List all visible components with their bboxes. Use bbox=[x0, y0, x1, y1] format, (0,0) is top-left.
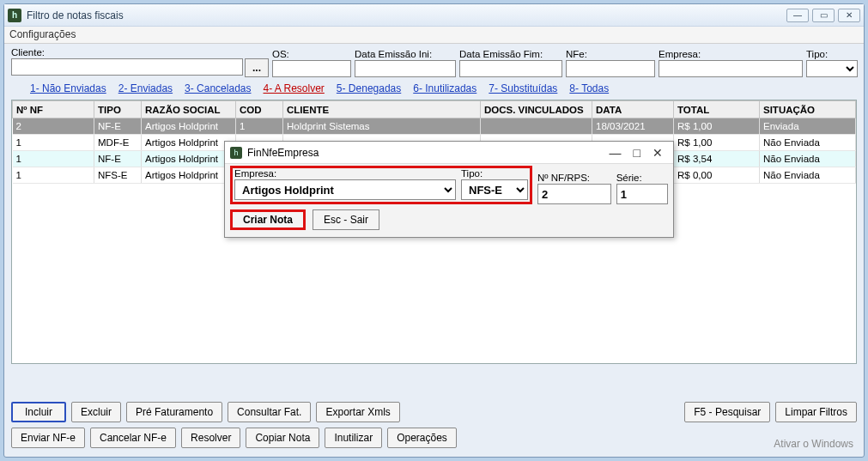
data-ini-input[interactable] bbox=[355, 60, 456, 77]
filter-empresa: Empresa: bbox=[659, 49, 803, 77]
status-tabs: 1- Não Enviadas 2- Enviadas 3- Cancelada… bbox=[4, 79, 864, 100]
tipo-label: Tipo: bbox=[806, 49, 858, 59]
dlg-empresa-field: Empresa: Artigos Holdprint bbox=[234, 168, 456, 200]
incluir-button[interactable]: Incluir bbox=[11, 402, 66, 422]
button-row-2: Enviar NF-e Cancelar NF-e Resolver Copia… bbox=[4, 424, 864, 452]
dialog-app-icon: h bbox=[230, 147, 242, 159]
col-total[interactable]: TOTAL bbox=[674, 101, 760, 118]
cell-nf: 1 bbox=[13, 167, 94, 184]
dialog-maximize-button[interactable]: □ bbox=[634, 146, 640, 160]
dlg-tipo-select[interactable]: NFS-E bbox=[461, 179, 528, 200]
tipo-select[interactable] bbox=[806, 60, 858, 77]
cell-nf: 1 bbox=[13, 135, 94, 151]
esc-sair-button[interactable]: Esc - Sair bbox=[313, 209, 379, 230]
consultar-fat-button[interactable]: Consultar Fat. bbox=[228, 402, 311, 422]
os-label: OS: bbox=[272, 49, 351, 59]
dialog-titlebar: h FinNfeEmpresa — □ ✕ bbox=[225, 142, 673, 164]
limpar-filtros-button[interactable]: Limpar Filtros bbox=[775, 402, 857, 422]
col-nf[interactable]: Nº NF bbox=[13, 101, 94, 118]
cell-razao: Artigos Holdprint bbox=[142, 135, 236, 151]
col-sit[interactable]: SITUAÇÃO bbox=[760, 101, 856, 118]
cliente-input[interactable] bbox=[11, 58, 243, 76]
nfe-input[interactable] bbox=[566, 60, 655, 77]
cancelar-nfe-button[interactable]: Cancelar NF-e bbox=[90, 428, 176, 448]
tab-denegadas[interactable]: 5- Denegadas bbox=[337, 82, 401, 94]
criar-nota-button[interactable]: Criar Nota bbox=[230, 209, 306, 230]
app-icon: h bbox=[8, 9, 21, 22]
filter-nfe: NFe: bbox=[566, 49, 655, 77]
cell-tipo: NF-E bbox=[94, 118, 142, 135]
enviar-nfe-button[interactable]: Enviar NF-e bbox=[11, 428, 85, 448]
col-cliente[interactable]: CLIENTE bbox=[283, 101, 481, 118]
cliente-lookup-button[interactable]: ... bbox=[245, 58, 269, 77]
minimize-button[interactable]: — bbox=[786, 9, 809, 22]
os-input[interactable] bbox=[272, 60, 351, 77]
dialog-close-button[interactable]: ✕ bbox=[653, 146, 663, 160]
filter-data-ini: Data Emissão Ini: bbox=[355, 49, 456, 77]
cell-docs bbox=[481, 118, 592, 135]
cell-tipo: NFS-E bbox=[94, 167, 142, 184]
empresa-label: Empresa: bbox=[659, 49, 803, 59]
filter-data-fim: Data Emissão Fim: bbox=[459, 49, 562, 77]
tab-inutilizadas[interactable]: 6- Inutilizadas bbox=[413, 82, 476, 94]
dlg-serie-input[interactable] bbox=[616, 184, 668, 204]
window-title: Filtro de notas fiscais bbox=[27, 9, 786, 21]
col-data[interactable]: DATA bbox=[592, 101, 674, 118]
cell-sit: Enviada bbox=[760, 118, 856, 135]
excluir-button[interactable]: Excluir bbox=[71, 402, 121, 422]
empresa-input[interactable] bbox=[659, 60, 803, 77]
data-ini-label: Data Emissão Ini: bbox=[355, 49, 456, 59]
inutilizar-button[interactable]: Inutilizar bbox=[325, 428, 382, 448]
dlg-empresa-select[interactable]: Artigos Holdprint bbox=[234, 179, 456, 200]
tab-todas[interactable]: 8- Todas bbox=[569, 82, 609, 94]
pesquisar-button[interactable]: F5 - Pesquisar bbox=[684, 402, 770, 422]
table-row[interactable]: 2NF-EArtigos Holdprint1Holdprint Sistema… bbox=[13, 118, 856, 135]
data-fim-input[interactable] bbox=[459, 60, 562, 77]
dlg-tipo-field: Tipo: NFS-E bbox=[461, 168, 528, 200]
dlg-nfnum-input[interactable] bbox=[537, 184, 611, 204]
cell-cliente: Holdprint Sistemas bbox=[283, 118, 481, 135]
tab-nao-enviadas[interactable]: 1- Não Enviadas bbox=[30, 82, 106, 94]
tab-a-resolver[interactable]: 4- A Resolver bbox=[263, 82, 324, 94]
tab-substituidas[interactable]: 7- Substituídas bbox=[489, 82, 557, 94]
cell-tipo: NF-E bbox=[94, 151, 142, 167]
copiar-nota-button[interactable]: Copiar Nota bbox=[246, 428, 319, 448]
button-row-1: Incluir Excluir Pré Faturamento Consulta… bbox=[4, 398, 864, 426]
col-razao[interactable]: RAZÃO SOCIAL bbox=[142, 101, 236, 118]
col-docs[interactable]: DOCS. VINCULADOS bbox=[481, 101, 592, 118]
col-cod[interactable]: COD bbox=[236, 101, 283, 118]
cell-nf: 2 bbox=[13, 118, 94, 135]
tab-enviadas[interactable]: 2- Enviadas bbox=[118, 82, 173, 94]
dlg-tipo-label: Tipo: bbox=[461, 168, 528, 179]
menu-configuracoes[interactable]: Configurações bbox=[9, 28, 76, 40]
cell-total: R$ 1,00 bbox=[674, 118, 760, 135]
filter-cliente: Cliente: ... bbox=[11, 47, 269, 77]
finnfe-empresa-dialog: h FinNfeEmpresa — □ ✕ Empresa: Artigos H… bbox=[224, 141, 674, 238]
filter-os: OS: bbox=[272, 49, 351, 77]
data-fim-label: Data Emissão Fim: bbox=[459, 49, 562, 59]
dialog-minimize-button[interactable]: — bbox=[610, 146, 622, 160]
title-bar: h Filtro de notas fiscais — ▭ ✕ bbox=[4, 4, 864, 27]
maximize-button[interactable]: ▭ bbox=[812, 9, 835, 22]
dialog-title: FinNfeEmpresa bbox=[247, 147, 610, 159]
dlg-empresa-label: Empresa: bbox=[234, 168, 456, 179]
pre-faturamento-button[interactable]: Pré Faturamento bbox=[126, 402, 222, 422]
resolver-button[interactable]: Resolver bbox=[181, 428, 240, 448]
dlg-nfnum-field: Nº NF/RPS: bbox=[537, 173, 611, 204]
cell-total: R$ 1,00 bbox=[674, 135, 760, 151]
operacoes-button[interactable]: Operações bbox=[387, 428, 457, 448]
cell-cod: 1 bbox=[236, 118, 283, 135]
cell-data: 18/03/2021 bbox=[592, 118, 674, 135]
cell-sit: Não Enviada bbox=[760, 135, 856, 151]
main-window: h Filtro de notas fiscais — ▭ ✕ Configur… bbox=[3, 3, 865, 458]
col-tipo[interactable]: TIPO bbox=[94, 101, 142, 118]
windows-activation-watermark: Ativar o Windows bbox=[774, 437, 853, 450]
tab-canceladas[interactable]: 3- Canceladas bbox=[185, 82, 251, 94]
cell-razao: Artigos Holdprint bbox=[142, 151, 236, 167]
exportar-xmls-button[interactable]: Exportar Xmls bbox=[316, 402, 399, 422]
cell-razao: Artigos Holdprint bbox=[142, 118, 236, 135]
dlg-nfnum-label: Nº NF/RPS: bbox=[537, 173, 611, 183]
close-button[interactable]: ✕ bbox=[838, 9, 860, 22]
cell-nf: 1 bbox=[13, 151, 94, 167]
cell-sit: Não Enviada bbox=[760, 151, 856, 167]
